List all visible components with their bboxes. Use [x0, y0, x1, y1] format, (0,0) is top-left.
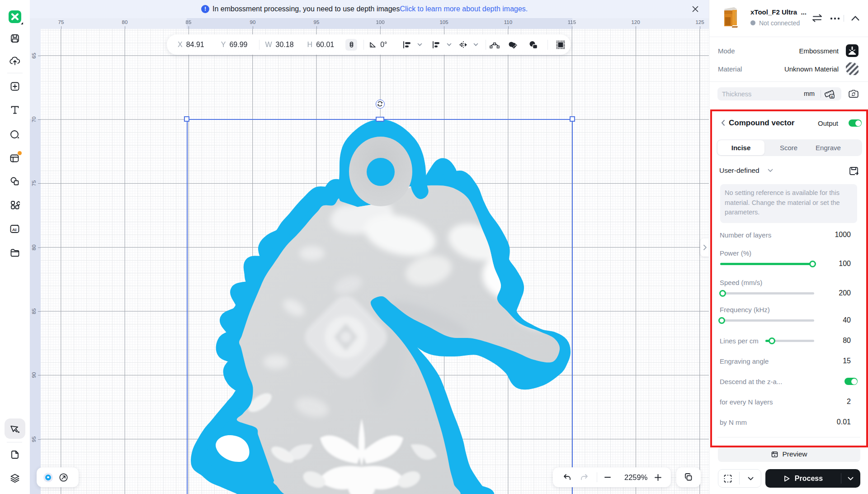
svg-text:A: A — [831, 95, 833, 98]
svg-text:AI: AI — [12, 227, 17, 232]
